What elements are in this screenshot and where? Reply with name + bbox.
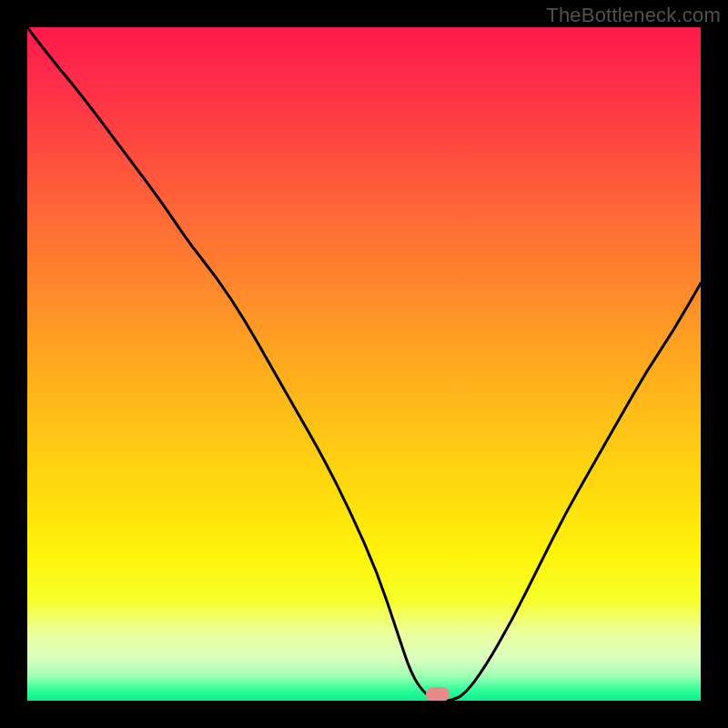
optimum-marker [426,687,450,701]
bottleneck-curve [27,27,701,701]
watermark-text: TheBottleneck.com [546,4,721,27]
plot-area [27,27,701,701]
chart-frame: TheBottleneck.com [0,0,728,728]
